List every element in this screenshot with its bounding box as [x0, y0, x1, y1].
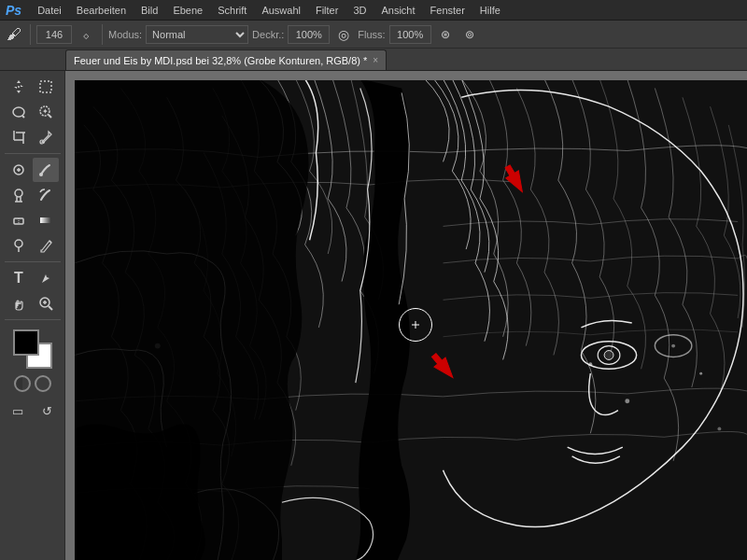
- menu-schrift[interactable]: Schrift: [211, 3, 253, 18]
- brush-icon[interactable]: 🖌: [4, 24, 24, 45]
- select-rect-tool[interactable]: [33, 75, 59, 99]
- gradient-tool[interactable]: [33, 208, 59, 232]
- eyedropper-tool[interactable]: [33, 125, 59, 149]
- menu-filter[interactable]: Filter: [309, 3, 345, 18]
- tool-row-2: ✦: [6, 100, 59, 124]
- sep1: [30, 24, 31, 45]
- zoom-tool[interactable]: [33, 291, 59, 315]
- canvas-area: [65, 71, 747, 560]
- text-tool[interactable]: T: [6, 266, 32, 290]
- menu-auswahl[interactable]: Auswahl: [255, 3, 307, 18]
- main-area: ✦: [0, 71, 747, 560]
- svg-point-29: [625, 399, 629, 403]
- svg-line-3: [22, 116, 24, 118]
- menu-hilfe[interactable]: Hilfe: [473, 3, 507, 18]
- healing-tool[interactable]: [6, 158, 32, 182]
- airbrush-icon[interactable]: ◎: [333, 24, 354, 45]
- options-toolbar: 🖌 ⬦ Modus: Normal Deckr.: ◎ Fluss: ⊛ ⊚: [0, 21, 747, 49]
- brush-tool[interactable]: [33, 158, 59, 182]
- mask-icons: [13, 373, 52, 394]
- menu-ansicht[interactable]: Ansicht: [374, 3, 421, 18]
- tool-sep-2: [5, 261, 61, 262]
- menu-bar: Ps Datei Bearbeiten Bild Ebene Schrift A…: [0, 0, 747, 21]
- artwork-svg: [75, 80, 747, 560]
- menu-fenster[interactable]: Fenster: [424, 3, 472, 18]
- clone-tool[interactable]: [6, 183, 32, 207]
- modus-select[interactable]: Normal: [146, 25, 248, 44]
- svg-point-15: [39, 173, 43, 176]
- toolbox: ✦: [0, 71, 65, 560]
- tool-sep-3: [5, 319, 61, 320]
- move-tool[interactable]: [6, 75, 32, 99]
- svg-point-0: [18, 86, 20, 88]
- svg-rect-1: [40, 81, 51, 92]
- sep2: [102, 24, 103, 45]
- rotate-view-btn[interactable]: ↺: [35, 399, 61, 423]
- tool-row-5: [6, 183, 59, 207]
- artwork: [75, 80, 747, 560]
- svg-line-23: [49, 306, 52, 310]
- tab-close-button[interactable]: ×: [373, 55, 378, 65]
- lasso-tool[interactable]: [6, 100, 32, 124]
- brush-size-input[interactable]: [36, 25, 72, 44]
- tab-bar: Feuer und Eis by MDI.psd bei 32,8% (Grob…: [0, 49, 747, 71]
- history-brush-tool[interactable]: [33, 183, 59, 207]
- svg-point-16: [15, 189, 22, 197]
- tool-row-7: [6, 233, 59, 258]
- svg-line-5: [49, 115, 51, 118]
- screen-mode-btn[interactable]: ▭: [5, 399, 31, 423]
- fluss-label: Fluss:: [358, 29, 385, 40]
- modus-label: Modus:: [108, 29, 142, 40]
- path-select-tool[interactable]: [33, 266, 59, 290]
- tool-row-9: [6, 291, 59, 315]
- quick-mask-icon[interactable]: [14, 375, 31, 392]
- tool-row-6: [6, 208, 59, 232]
- ps-logo: Ps: [6, 3, 21, 18]
- svg-point-30: [671, 344, 675, 348]
- svg-point-20: [15, 240, 22, 247]
- document-tab[interactable]: Feuer und Eis by MDI.psd bei 32,8% (Grob…: [65, 49, 387, 70]
- pen-tool[interactable]: [33, 233, 59, 258]
- menu-3d[interactable]: 3D: [346, 3, 373, 18]
- tool-row-3: [6, 125, 59, 149]
- deckr-input[interactable]: [288, 25, 330, 44]
- svg-point-35: [604, 351, 613, 360]
- deckr-label: Deckr.:: [252, 29, 284, 40]
- foreground-color[interactable]: [13, 329, 39, 356]
- menu-bild[interactable]: Bild: [134, 3, 164, 18]
- menu-ebene[interactable]: Ebene: [166, 3, 209, 18]
- standard-mode-icon[interactable]: [35, 375, 51, 392]
- extra-icon[interactable]: ⊚: [459, 24, 480, 45]
- tab-title: Feuer und Eis by MDI.psd bei 32,8% (Grob…: [74, 55, 367, 66]
- tool-row-4: [6, 158, 59, 182]
- menu-datei[interactable]: Datei: [31, 3, 68, 18]
- menu-bearbeiten[interactable]: Bearbeiten: [70, 3, 133, 18]
- svg-point-31: [699, 372, 702, 375]
- tool-row-8: T: [6, 266, 59, 290]
- crop-tool[interactable]: [6, 125, 32, 149]
- pressure-icon[interactable]: ⊛: [435, 24, 456, 45]
- quick-select-tool[interactable]: ✦: [33, 100, 59, 124]
- tool-sep-1: [5, 153, 61, 154]
- svg-rect-19: [40, 217, 51, 223]
- screen-mode-icons: ▭ ↺: [5, 399, 61, 423]
- svg-point-32: [717, 427, 721, 430]
- eraser-tool[interactable]: [6, 208, 32, 232]
- tool-row-1: [6, 75, 59, 99]
- brush-preset-icon[interactable]: ⬦: [76, 24, 96, 45]
- dodge-tool[interactable]: [6, 233, 32, 258]
- hand-tool[interactable]: [6, 291, 32, 315]
- fluss-input[interactable]: [389, 25, 431, 44]
- svg-point-2: [13, 107, 24, 117]
- color-boxes: [13, 329, 52, 369]
- svg-text:✦: ✦: [42, 107, 49, 116]
